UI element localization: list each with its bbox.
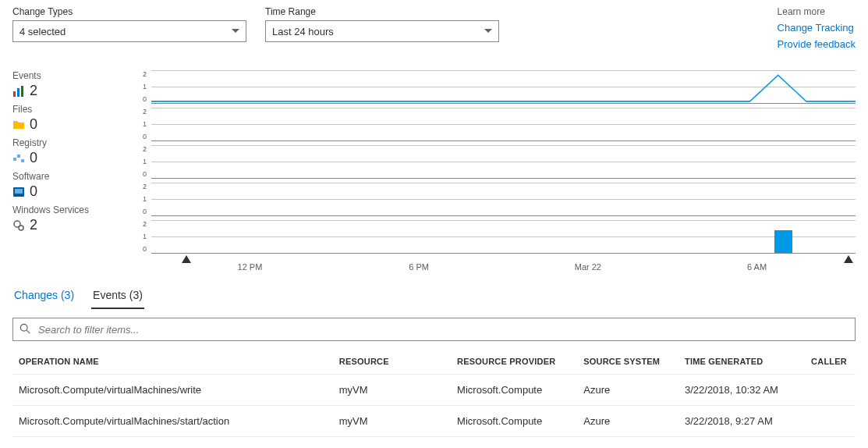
- cell-operation: Microsoft.Compute/virtualMachines/start/…: [12, 406, 333, 437]
- registry-stat-label: Registry: [12, 137, 137, 148]
- time-range-label: Time Range: [265, 6, 499, 17]
- change-types-value: 4 selected: [19, 26, 66, 37]
- registry-stat-value: 0: [30, 150, 37, 166]
- registry-sparkline: 210: [137, 145, 856, 178]
- chevron-down-icon: [232, 29, 239, 34]
- cell-provider: Microsoft.Compute: [451, 437, 577, 449]
- cell-time: 3/22/2018, 9:25 AM: [678, 437, 805, 449]
- col-time[interactable]: TIME GENERATED: [678, 349, 805, 375]
- time-axis: 12 PM 6 PM Mar 22 6 AM: [151, 258, 856, 279]
- bar-chart-icon: [12, 85, 25, 98]
- svg-rect-3: [13, 158, 16, 161]
- cell-source: Azure: [577, 437, 678, 449]
- provide-feedback-link[interactable]: Provide feedback: [778, 38, 856, 50]
- cell-caller: [805, 406, 856, 437]
- cell-time: 3/22/2018, 10:32 AM: [678, 375, 805, 406]
- cell-resource: myVM: [333, 375, 451, 406]
- software-stat-value: 0: [30, 183, 37, 200]
- registry-icon: [12, 152, 25, 165]
- folder-icon: [12, 119, 25, 131]
- col-source[interactable]: SOURCE SYSTEM: [577, 349, 678, 375]
- software-icon: [12, 186, 25, 198]
- svg-rect-0: [13, 91, 16, 97]
- tab-events[interactable]: Events (3): [91, 283, 144, 309]
- cell-resource: myVM: [333, 437, 451, 449]
- svg-rect-1: [17, 88, 19, 97]
- files-stat-value: 0: [30, 116, 37, 133]
- cell-source: Azure: [577, 406, 678, 437]
- svg-line-11: [27, 330, 30, 333]
- files-sparkline: 210: [137, 108, 856, 140]
- cell-time: 3/22/2018, 9:27 AM: [678, 406, 805, 437]
- svg-rect-4: [17, 155, 20, 158]
- cell-provider: Microsoft.Compute: [451, 375, 577, 406]
- time-range-value: Last 24 hours: [272, 26, 334, 37]
- col-caller[interactable]: CALLER: [805, 349, 856, 375]
- software-stat-label: Software: [12, 171, 137, 182]
- events-sparkline: 210: [137, 70, 856, 103]
- svg-rect-5: [21, 159, 24, 162]
- svg-rect-2: [21, 86, 23, 97]
- files-stat-label: Files: [12, 104, 137, 115]
- services-sparkline: 210: [137, 220, 856, 253]
- events-stat-value: 2: [30, 83, 37, 99]
- services-stat-label: Windows Services: [12, 204, 137, 215]
- svg-point-10: [20, 324, 27, 331]
- col-provider[interactable]: RESOURCE PROVIDER: [451, 349, 577, 375]
- gears-icon: [12, 219, 25, 232]
- chevron-down-icon: [484, 29, 492, 34]
- time-range-dropdown[interactable]: Last 24 hours: [265, 20, 499, 42]
- cell-caller: [805, 375, 856, 406]
- cell-source: Azure: [577, 375, 678, 406]
- software-sparkline: 210: [137, 183, 856, 215]
- svg-rect-7: [15, 189, 23, 194]
- search-input[interactable]: [37, 323, 849, 336]
- cell-operation: Microsoft.Compute/virtualMachines/write: [12, 375, 333, 406]
- cell-provider: Microsoft.Compute: [451, 406, 577, 437]
- change-tracking-link[interactable]: Change Tracking: [778, 22, 856, 34]
- cell-caller: [805, 437, 856, 449]
- services-stat-value: 2: [30, 217, 37, 233]
- svg-point-9: [19, 226, 23, 230]
- col-operation[interactable]: OPERATION NAME: [12, 349, 333, 375]
- search-box[interactable]: [12, 318, 856, 341]
- events-table: OPERATION NAME RESOURCE RESOURCE PROVIDE…: [12, 349, 856, 448]
- cell-resource: myVM: [333, 406, 451, 437]
- tab-changes[interactable]: Changes (3): [12, 283, 76, 309]
- learn-more-title: Learn more: [778, 6, 856, 17]
- change-types-label: Change Types: [12, 6, 246, 17]
- table-row[interactable]: Microsoft.Compute/virtualMachines/start/…: [12, 406, 856, 437]
- events-stat-label: Events: [12, 70, 137, 81]
- change-types-dropdown[interactable]: 4 selected: [12, 20, 246, 42]
- table-row[interactable]: Microsoft.Compute/virtualMachines/deallo…: [12, 437, 856, 449]
- table-row[interactable]: Microsoft.Compute/virtualMachines/writem…: [12, 375, 856, 406]
- cell-operation: Microsoft.Compute/virtualMachines/deallo…: [12, 437, 333, 449]
- search-icon: [19, 323, 30, 336]
- col-resource[interactable]: RESOURCE: [333, 349, 451, 375]
